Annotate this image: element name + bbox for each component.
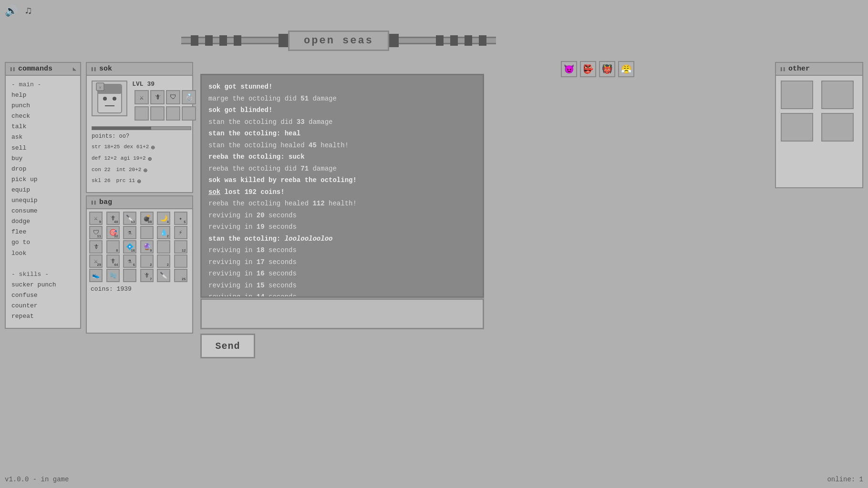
cmd-sucker-punch[interactable]: sucker punch bbox=[11, 280, 74, 290]
chat-line: stan the octoling: looloolooloo bbox=[208, 233, 476, 245]
stat-skl: skl 26 bbox=[92, 176, 111, 188]
other-slot-2[interactable] bbox=[821, 81, 854, 109]
bag-slot[interactable]: 8 bbox=[106, 240, 120, 254]
cmd-goto[interactable]: go to bbox=[11, 237, 74, 248]
cmd-ask[interactable]: ask bbox=[11, 132, 74, 142]
music-icon[interactable]: ♫ bbox=[25, 5, 31, 17]
bag-grid: ⚔9 🗡40 🔪13 💣88 🌙4 ✦5 🛡11 🎯32 ⚗ 💧2 ⚡ 🗡 8 … bbox=[87, 209, 192, 285]
bag-slot[interactable]: 🔪13 bbox=[123, 212, 136, 225]
cmd-drop[interactable]: drop bbox=[11, 164, 74, 174]
equip-slot-3[interactable]: 🛡 bbox=[166, 90, 180, 104]
chat-line: stan the octoling did 33 damage bbox=[208, 116, 476, 128]
equip-slot-1[interactable]: ⚔ bbox=[134, 90, 149, 104]
cmd-flee[interactable]: flee bbox=[11, 227, 74, 237]
chat-input-area[interactable] bbox=[200, 298, 484, 329]
cmd-consume[interactable]: consume bbox=[11, 206, 74, 216]
stat-plus-2[interactable]: ⊕ bbox=[148, 154, 152, 165]
bag-panel: bag ⚔9 🗡40 🔪13 💣88 🌙4 ✦5 🛡11 🎯32 ⚗ 💧2 ⚡ … bbox=[86, 195, 193, 334]
svg-point-3 bbox=[103, 97, 107, 101]
other-slot-1[interactable] bbox=[781, 81, 813, 109]
sound-icon[interactable]: 🔊 bbox=[5, 5, 18, 18]
cmd-sell[interactable]: sell bbox=[11, 143, 74, 153]
stat-plus-3[interactable]: ⊕ bbox=[143, 165, 147, 177]
cmd-unequip[interactable]: unequip bbox=[11, 195, 74, 206]
chat-line: reviving in 20 seconds bbox=[208, 210, 476, 222]
bag-slot[interactable]: ⚔29 bbox=[89, 254, 103, 268]
stat-plus-1[interactable]: ⊕ bbox=[151, 142, 155, 154]
bag-slot[interactable]: 12 bbox=[174, 240, 187, 254]
online-count: online: 1 bbox=[827, 476, 863, 483]
bag-slot[interactable]: 🌙4 bbox=[157, 212, 170, 225]
cmd-buy[interactable]: buy bbox=[11, 153, 74, 164]
cmd-pickup[interactable]: pick up bbox=[11, 174, 74, 185]
chat-line: stan the octoling: heal bbox=[208, 128, 476, 140]
cmd-talk[interactable]: talk bbox=[11, 122, 74, 132]
bag-slot[interactable] bbox=[140, 226, 154, 239]
bag-slot[interactable]: 💣88 bbox=[140, 212, 154, 225]
cmd-dodge[interactable]: dodge bbox=[11, 216, 74, 227]
bag-slot[interactable]: ⚗6 bbox=[123, 254, 136, 268]
bag-slot[interactable]: 🗡40 bbox=[106, 212, 120, 225]
stat-block bbox=[150, 106, 165, 121]
bag-slot[interactable]: ⚗ bbox=[123, 226, 136, 239]
bag-slot[interactable]: 🔮9 bbox=[140, 240, 154, 254]
player-icon[interactable]: 😤 bbox=[618, 61, 634, 77]
bag-slot[interactable]: 🛡11 bbox=[89, 226, 103, 239]
other-panel-header: other bbox=[776, 63, 862, 76]
other-content bbox=[776, 76, 862, 146]
chat-line: reviving in 17 seconds bbox=[208, 256, 476, 268]
bag-slot[interactable] bbox=[174, 254, 187, 268]
bag-slot[interactable]: 🎯32 bbox=[106, 226, 120, 239]
cmd-punch[interactable]: punch bbox=[11, 101, 74, 111]
cmd-help[interactable]: help bbox=[11, 90, 74, 101]
bag-slot[interactable]: ✦5 bbox=[174, 212, 187, 225]
bag-slot[interactable]: ⚡ bbox=[174, 226, 187, 239]
stat-plus-4[interactable]: ⊕ bbox=[137, 176, 141, 188]
bag-slot[interactable]: 💧2 bbox=[157, 226, 170, 239]
stat-con: con 22 bbox=[92, 165, 111, 177]
cmd-counter[interactable]: counter bbox=[11, 301, 74, 311]
bag-slot[interactable]: 🔪 bbox=[157, 269, 170, 282]
equip-slot-4[interactable]: 💍 bbox=[182, 90, 196, 104]
cmd-confuse[interactable]: confuse bbox=[11, 290, 74, 301]
chat-log[interactable]: sok got stunned! marge the octoling did … bbox=[200, 74, 484, 298]
commands-content: - main - help punch check talk ask sell … bbox=[6, 76, 80, 324]
stat-def: def 12+2 bbox=[92, 154, 117, 165]
avatar: ⚔ bbox=[92, 81, 127, 116]
bag-slot[interactable]: 25 bbox=[174, 269, 187, 282]
other-slot-4[interactable] bbox=[821, 113, 854, 142]
bag-slot[interactable]: 🗡44 bbox=[106, 254, 120, 268]
player-icon[interactable]: 👹 bbox=[599, 61, 615, 77]
player-icon[interactable]: 👺 bbox=[580, 61, 596, 77]
stat-dex: dex 61+2 bbox=[124, 142, 149, 154]
other-slot-3[interactable] bbox=[781, 113, 813, 142]
chat-input[interactable] bbox=[202, 300, 483, 328]
bag-slot[interactable]: 2 bbox=[140, 254, 154, 268]
chat-line: reeba the octoling healed 112 health! bbox=[208, 198, 476, 210]
cmd-equip[interactable]: equip bbox=[11, 185, 74, 195]
cmd-heal[interactable]: heal bbox=[11, 322, 74, 324]
cmd-look[interactable]: look bbox=[11, 248, 74, 259]
bag-slot[interactable]: ⚔9 bbox=[89, 212, 103, 225]
bag-slot[interactable]: 2 bbox=[157, 254, 170, 268]
chat-line: reviving in 18 seconds bbox=[208, 244, 476, 256]
game-title: open seas bbox=[288, 30, 389, 51]
svg-point-4 bbox=[113, 97, 116, 101]
stat-block bbox=[182, 106, 196, 121]
bag-slot[interactable]: 🗡 bbox=[89, 240, 103, 254]
equip-slot-2[interactable]: 🗡 bbox=[150, 90, 165, 104]
commands-panel: commands ◣ - main - help punch check tal… bbox=[5, 62, 81, 329]
send-button[interactable]: Send bbox=[200, 334, 255, 358]
coins-display: coins: 1939 bbox=[87, 285, 192, 294]
bag-slot[interactable]: 👟 bbox=[89, 269, 103, 282]
bag-slot[interactable] bbox=[123, 269, 136, 282]
bag-slot[interactable]: 🗡7 bbox=[140, 269, 154, 282]
cmd-check[interactable]: check bbox=[11, 111, 74, 122]
player-icon[interactable]: 😈 bbox=[561, 61, 577, 77]
hp-bar bbox=[92, 127, 151, 130]
sok-panel-header: sok bbox=[87, 63, 192, 76]
bag-slot[interactable] bbox=[157, 240, 170, 254]
cmd-repeat[interactable]: repeat bbox=[11, 311, 74, 322]
bag-slot[interactable]: 🧤 bbox=[106, 269, 120, 282]
bag-slot[interactable]: 💠16 bbox=[123, 240, 136, 254]
